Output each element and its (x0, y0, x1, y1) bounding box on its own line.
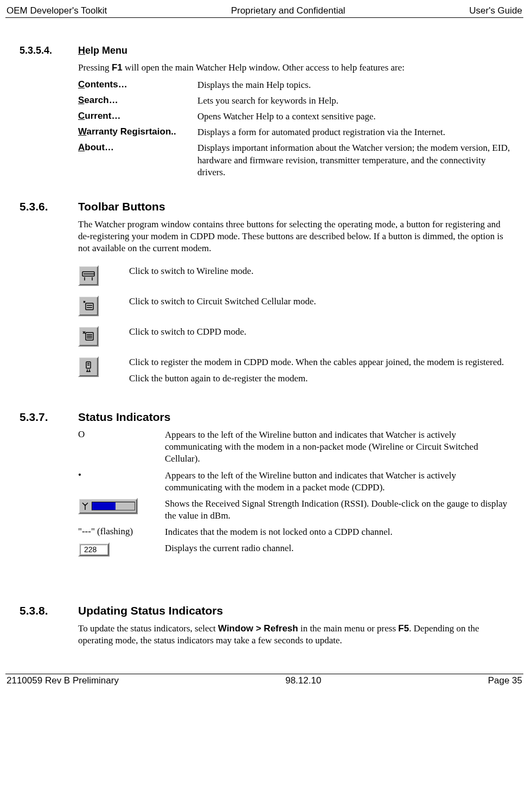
help-menu-row: Warranty Regisrtaion..Displays a form fo… (78, 126, 512, 138)
toolbar-desc: Click to switch to Wireline mode. (129, 265, 512, 282)
rssi-bar (92, 502, 135, 510)
section-5-3-6-heading: 5.3.6. Toolbar Buttons (20, 200, 512, 213)
wireline-button-icon (78, 265, 99, 286)
section-5-3-7-heading: 5.3.7. Status Indicators (20, 411, 512, 424)
section-5-3-8-body: To update the status indicators, select … (78, 623, 512, 647)
status-term: O (78, 429, 165, 440)
help-menu-desc: Opens Watcher Help to a context sensitiv… (197, 111, 512, 123)
cdpd-button-icon (78, 326, 99, 347)
help-menu-term: Current… (78, 111, 197, 123)
status-row: OAppears to the left of the Wireline but… (78, 429, 512, 465)
section-title: Help Menu (78, 45, 127, 56)
footer-left: 2110059 Rev B Preliminary (7, 675, 119, 686)
status-term: • (78, 470, 165, 481)
register-button-icon (78, 356, 99, 377)
footer-rule (5, 674, 523, 674)
help-menu-desc: Displays the main Help topics. (197, 79, 512, 91)
page-header: OEM Developer's Toolkit Proprietary and … (5, 5, 523, 16)
section-title: Toolbar Buttons (78, 200, 165, 213)
channel-display-icon: 228 (78, 542, 110, 557)
toolbar-row: Click to switch to CDPD mode. (78, 326, 512, 347)
channel-value: 228 (80, 545, 107, 554)
help-intro: Pressing F1 will open the main Watcher H… (78, 62, 512, 74)
section-number: 5.3.6. (20, 200, 78, 213)
help-menu-row: Search…Lets you search for keywords in H… (78, 95, 512, 107)
status-desc: Displays the current radio channel. (165, 542, 512, 554)
status-term (78, 498, 165, 514)
page-footer: 2110059 Rev B Preliminary 98.12.10 Page … (5, 675, 523, 686)
section-5-3-5-4-body: Pressing F1 will open the main Watcher H… (78, 62, 512, 178)
help-menu-desc: Lets you search for keywords in Help. (197, 95, 512, 107)
help-menu-desc: Displays important information about the… (197, 142, 512, 178)
help-menu-term: About… (78, 142, 197, 178)
section-5-3-8-heading: 5.3.8. Updating Status Indicators (20, 604, 512, 617)
toolbar-desc: Click to switch to Circuit Switched Cell… (129, 296, 512, 312)
status-term: "---" (flashing) (78, 526, 165, 537)
help-menu-desc: Displays a form for automated product re… (197, 126, 512, 138)
section-title: Updating Status Indicators (78, 604, 223, 617)
status-desc: Appears to the left of the Wireline butt… (165, 470, 512, 494)
section-number: 5.3.7. (20, 411, 78, 424)
header-right: User's Guide (469, 5, 522, 16)
toolbar-row: Click to register the modem in CDPD mode… (78, 356, 512, 389)
status-term: 228 (78, 542, 165, 557)
toolbar-row: Click to switch to Wireline mode. (78, 265, 512, 286)
help-menu-row: Current…Opens Watcher Help to a context … (78, 111, 512, 123)
status-desc: Appears to the left of the Wireline butt… (165, 429, 512, 465)
page-content: 5.3.5.4. Help Menu Pressing F1 will open… (5, 18, 523, 674)
section-5-3-7-body: OAppears to the left of the Wireline but… (78, 429, 512, 557)
status-desc: Shows the Received Signal Strength Indic… (165, 498, 512, 522)
status-row: •Appears to the left of the Wireline but… (78, 470, 512, 494)
help-menu-term: Warranty Regisrtaion.. (78, 126, 197, 138)
section-5-3-5-4-heading: 5.3.5.4. Help Menu (20, 45, 512, 56)
help-menu-term: Contents… (78, 79, 197, 91)
toolbar-row: Click to switch to Circuit Switched Cell… (78, 296, 512, 316)
footer-right: Page 35 (488, 675, 522, 686)
help-menu-row: Contents…Displays the main Help topics. (78, 79, 512, 91)
svg-rect-4 (86, 303, 93, 310)
toolbar-intro: The Watcher program window contains thre… (78, 219, 512, 254)
status-row: Shows the Received Signal Strength Indic… (78, 498, 512, 522)
header-left: OEM Developer's Toolkit (7, 5, 107, 16)
help-menu-row: About…Displays important information abo… (78, 142, 512, 178)
circuit-button-icon (78, 296, 99, 316)
antenna-icon (81, 502, 89, 510)
section-number: 5.3.5.4. (20, 45, 78, 56)
rssi-gauge-icon (78, 498, 138, 514)
toolbar-desc: Click to switch to CDPD mode. (129, 326, 512, 342)
updating-para: To update the status indicators, select … (78, 623, 512, 647)
status-row: "---" (flashing)Indicates that the modem… (78, 526, 512, 538)
footer-center: 98.12.10 (285, 675, 321, 686)
header-center: Proprietary and Confidential (231, 5, 345, 16)
status-desc: Indicates that the modem is not locked o… (165, 526, 512, 538)
help-menu-term: Search… (78, 95, 197, 107)
toolbar-desc: Click to register the modem in CDPD mode… (129, 356, 512, 389)
section-number: 5.3.8. (20, 604, 78, 617)
section-title: Status Indicators (78, 411, 170, 424)
status-row: 228Displays the current radio channel. (78, 542, 512, 557)
section-5-3-6-body: The Watcher program window contains thre… (78, 219, 512, 389)
